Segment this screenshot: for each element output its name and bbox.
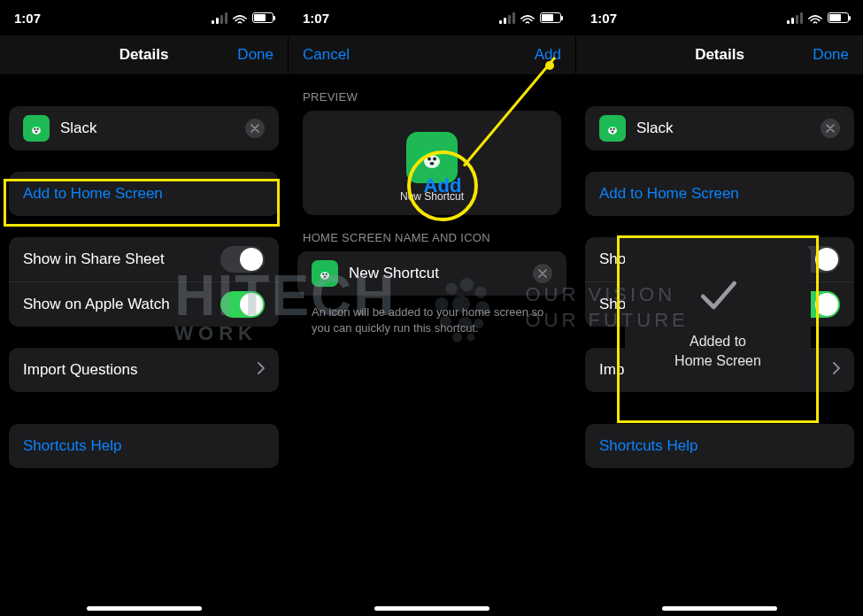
svg-point-3 [34, 128, 35, 130]
svg-point-20 [608, 127, 617, 134]
svg-point-15 [322, 273, 324, 275]
shortcuts-help-label: Shortcuts Help [23, 437, 265, 455]
home-icon-picker[interactable] [312, 260, 338, 287]
cellular-icon [787, 12, 803, 24]
shortcuts-help-button[interactable]: Shortcuts Help [585, 424, 854, 468]
added-toast: Added to Home Screen [625, 243, 811, 389]
shortcuts-help-button[interactable]: Shortcuts Help [9, 424, 279, 468]
add-to-home-label: Add to Home Screen [23, 185, 265, 203]
status-bar: 1:07 [289, 0, 575, 35]
svg-point-9 [428, 158, 431, 161]
home-help-text: An icon will be added to your home scree… [289, 296, 575, 345]
phone-scene-2: 1:07 Cancel Add PREVIEW New Shortcut HOM… [288, 0, 575, 616]
home-indicator[interactable] [87, 606, 202, 611]
cellular-icon [499, 12, 515, 24]
svg-point-10 [433, 158, 436, 161]
share-sheet-label: Show in Share Sheet [23, 250, 220, 268]
shortcut-name-row[interactable]: Slack [9, 106, 279, 150]
add-to-home-label: Add to Home Screen [599, 185, 840, 203]
nav-bar: Details Done [0, 35, 288, 74]
preview-section-label: PREVIEW [289, 74, 575, 111]
status-bar: 1:07 [576, 0, 863, 35]
status-indicators [212, 12, 274, 24]
done-button[interactable]: Done [220, 46, 274, 64]
checkmark-icon [693, 270, 743, 320]
shortcut-icon[interactable] [599, 115, 626, 142]
svg-point-14 [320, 272, 329, 279]
battery-icon [252, 12, 274, 23]
phone-scene-3: 1:07 Details Done Slack [575, 0, 863, 616]
nav-title: Details [67, 46, 220, 64]
status-indicators [787, 12, 849, 24]
status-bar: 1:07 [0, 0, 288, 35]
clock: 1:07 [590, 11, 617, 26]
preview-app-name: New Shortcut [400, 190, 464, 203]
nav-title: Details [643, 46, 796, 64]
clear-name-button[interactable] [821, 119, 840, 138]
nav-bar: Cancel Add [289, 35, 575, 74]
apple-watch-label: Show on Apple Watch [23, 296, 220, 313]
cellular-icon [212, 12, 227, 24]
wifi-icon [233, 12, 247, 23]
home-icon-section-label: HOME SCREEN NAME AND ICON [289, 215, 575, 251]
shortcut-name-row[interactable]: Slack [585, 106, 854, 150]
svg-point-21 [610, 128, 612, 130]
cancel-button[interactable]: Cancel [303, 46, 356, 64]
share-sheet-switch[interactable] [220, 246, 265, 273]
apple-watch-switch[interactable] [220, 291, 265, 318]
shortcut-name-text: Slack [636, 119, 821, 137]
clear-name-button[interactable] [533, 264, 552, 283]
svg-point-23 [612, 131, 614, 133]
import-questions-button[interactable]: Import Questions [9, 348, 279, 392]
status-indicators [499, 12, 561, 24]
home-indicator[interactable] [662, 606, 777, 611]
svg-point-4 [37, 128, 39, 130]
add-confirm-button[interactable]: Add [508, 46, 561, 64]
svg-point-22 [613, 128, 615, 130]
apple-watch-row[interactable]: Show on Apple Watch [9, 281, 279, 327]
added-toast-text: Added to Home Screen [674, 332, 761, 370]
import-questions-label: Import Questions [23, 361, 258, 379]
add-to-home-button[interactable]: Add to Home Screen [585, 172, 854, 216]
shortcut-icon[interactable] [23, 115, 50, 142]
svg-point-17 [324, 276, 327, 278]
clear-name-button[interactable] [245, 119, 265, 138]
svg-point-2 [32, 127, 41, 134]
phone-scene-1: 1:07 Details Done Slack [0, 0, 288, 616]
share-sheet-row[interactable]: Show in Share Sheet [9, 237, 279, 281]
done-button[interactable]: Done [796, 46, 849, 64]
preview-card: New Shortcut [303, 111, 561, 215]
chevron-right-icon [833, 361, 840, 379]
preview-app-icon [406, 132, 458, 183]
battery-icon [540, 12, 561, 23]
chevron-right-icon [258, 361, 265, 379]
home-indicator[interactable] [374, 606, 489, 611]
battery-icon [828, 12, 849, 23]
home-name-row[interactable]: New Shortcut [297, 251, 566, 296]
shortcut-name-text: Slack [60, 119, 245, 137]
add-to-home-button[interactable]: Add to Home Screen [9, 172, 279, 216]
clock: 1:07 [14, 11, 41, 26]
shortcuts-help-label: Shortcuts Help [599, 437, 840, 455]
svg-point-8 [424, 155, 440, 168]
home-name-input[interactable]: New Shortcut [349, 265, 533, 282]
clock: 1:07 [303, 11, 329, 26]
wifi-icon [808, 12, 822, 23]
nav-bar: Details Done [576, 35, 863, 74]
svg-point-16 [326, 273, 327, 275]
wifi-icon [520, 12, 535, 23]
svg-point-11 [430, 162, 435, 165]
svg-point-5 [35, 131, 38, 133]
